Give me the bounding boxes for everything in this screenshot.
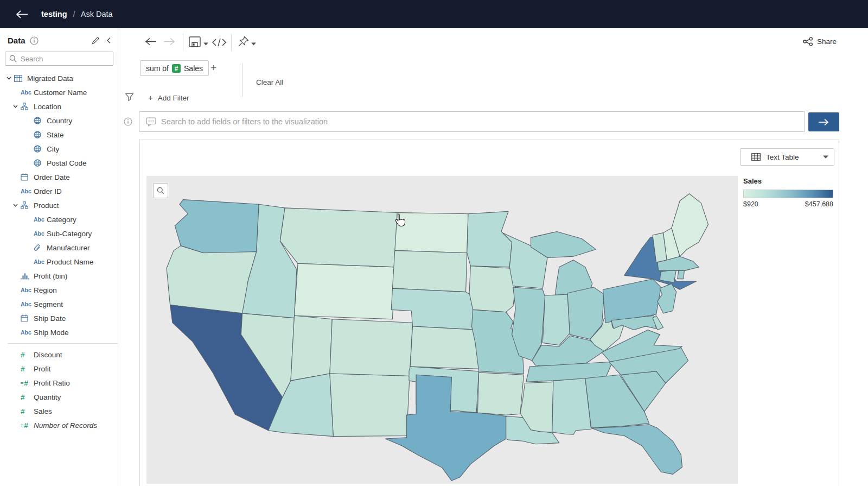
state-ar[interactable] bbox=[477, 373, 524, 415]
field-label: State bbox=[47, 131, 64, 139]
hierarchy-icon bbox=[20, 103, 34, 110]
field-item-state[interactable]: State bbox=[0, 128, 118, 142]
hash-icon: # bbox=[20, 407, 34, 415]
expand-chevron-icon[interactable] bbox=[11, 105, 20, 108]
field-item-city[interactable]: City bbox=[0, 142, 118, 156]
breadcrumb-separator: / bbox=[73, 10, 75, 18]
abc-icon: Abc bbox=[20, 188, 34, 194]
globe-icon bbox=[33, 159, 47, 167]
state-nj[interactable] bbox=[658, 283, 676, 313]
viz-type-label: Text Table bbox=[766, 153, 823, 161]
undo-arrow-icon[interactable] bbox=[144, 37, 157, 46]
expand-chevron-icon[interactable] bbox=[11, 204, 20, 207]
ask-data-bubble-icon bbox=[146, 117, 156, 127]
state-ia[interactable] bbox=[469, 266, 516, 312]
hash-icon: # bbox=[20, 365, 34, 373]
add-filter-button[interactable]: + Add Filter bbox=[148, 93, 189, 102]
field-label: Product Name bbox=[47, 258, 93, 266]
histogram-icon bbox=[20, 273, 34, 280]
share-button[interactable]: Share bbox=[803, 37, 837, 46]
pin-icon[interactable] bbox=[238, 36, 256, 47]
field-item-category[interactable]: AbcCategory bbox=[0, 212, 118, 226]
field-item-discount[interactable]: #Discount bbox=[0, 348, 118, 362]
map-canvas[interactable] bbox=[146, 176, 738, 484]
state-fl[interactable] bbox=[591, 425, 682, 475]
field-item-product-name[interactable]: AbcProduct Name bbox=[0, 255, 118, 269]
expand-chevron-icon[interactable] bbox=[4, 77, 13, 80]
info-icon[interactable] bbox=[30, 36, 39, 45]
data-search-input[interactable] bbox=[5, 52, 113, 66]
field-item-product[interactable]: Product bbox=[0, 198, 118, 212]
field-list-divider bbox=[8, 343, 118, 344]
state-nd[interactable] bbox=[395, 213, 468, 253]
field-item-country[interactable]: Country bbox=[0, 113, 118, 128]
clear-all-button[interactable]: Clear All bbox=[256, 78, 283, 86]
state-ct[interactable] bbox=[660, 269, 676, 282]
abc-icon: Abc bbox=[33, 216, 47, 223]
paperclip-icon bbox=[33, 244, 47, 251]
ask-data-search-input[interactable] bbox=[161, 112, 805, 131]
info-icon[interactable] bbox=[124, 117, 132, 128]
field-item-sub-category[interactable]: AbcSub-Category bbox=[0, 226, 118, 241]
table-icon bbox=[13, 75, 27, 82]
field-item-location[interactable]: Location bbox=[0, 99, 118, 113]
map-zoom-button[interactable] bbox=[153, 183, 168, 198]
abc-icon: Abc bbox=[33, 258, 47, 265]
field-item-segment[interactable]: AbcSegment bbox=[0, 297, 118, 311]
field-item-ship-date[interactable]: Ship Date bbox=[0, 311, 118, 325]
state-or[interactable] bbox=[167, 246, 257, 314]
field-item-ship-mode[interactable]: AbcShip Mode bbox=[0, 325, 118, 339]
field-label: Segment bbox=[34, 300, 63, 308]
field-item-region[interactable]: AbcRegion bbox=[0, 283, 118, 297]
edit-pencil-icon[interactable] bbox=[91, 36, 100, 45]
field-label: Manufacturer bbox=[47, 244, 90, 252]
state-wy[interactable] bbox=[295, 263, 395, 319]
field-item-sales[interactable]: #Sales bbox=[0, 404, 118, 418]
field-item-profit-ratio[interactable]: =#Profit Ratio bbox=[0, 376, 118, 390]
back-arrow-icon[interactable] bbox=[15, 9, 31, 20]
us-choropleth-map[interactable] bbox=[146, 176, 738, 484]
state-nm[interactable] bbox=[330, 374, 410, 437]
field-item-manufacturer[interactable]: Manufacturer bbox=[0, 241, 118, 255]
field-item-number-of-records[interactable]: =#Number of Records bbox=[0, 418, 118, 432]
save-icon[interactable] bbox=[189, 36, 208, 47]
hierarchy-icon bbox=[20, 201, 34, 209]
collapse-pane-icon[interactable] bbox=[106, 37, 111, 44]
field-label: Region bbox=[34, 286, 57, 294]
field-item-order-id[interactable]: AbcOrder ID bbox=[0, 184, 118, 198]
viz-type-dropdown[interactable]: Text Table bbox=[740, 148, 834, 166]
field-item-quantity[interactable]: #Quantity bbox=[0, 390, 118, 404]
state-ks[interactable] bbox=[410, 326, 481, 369]
field-label: Profit Ratio bbox=[34, 379, 70, 387]
state-al[interactable] bbox=[552, 378, 591, 435]
field-item-profit[interactable]: #Profit bbox=[0, 362, 118, 376]
add-expression-button[interactable]: + bbox=[210, 61, 216, 74]
state-in[interactable] bbox=[542, 294, 570, 345]
field-item-profit-bin-[interactable]: Profit (bin) bbox=[0, 269, 118, 283]
share-icon bbox=[803, 37, 813, 46]
field-item-migrated-data[interactable]: Migrated Data bbox=[0, 71, 118, 85]
code-icon[interactable] bbox=[212, 38, 227, 47]
field-item-customer-name[interactable]: AbcCustomer Name bbox=[0, 85, 118, 99]
field-label: Migrated Data bbox=[27, 74, 73, 83]
field-label: Customer Name bbox=[34, 89, 87, 97]
state-mn[interactable] bbox=[467, 211, 512, 267]
hash-icon: # bbox=[20, 393, 34, 401]
ask-data-window: testing / Ask Data Data Migrated Data bbox=[0, 0, 868, 486]
state-me[interactable] bbox=[672, 194, 709, 257]
equals-hash-icon: =# bbox=[20, 379, 34, 387]
field-label: Order ID bbox=[34, 187, 62, 195]
submit-query-button[interactable] bbox=[808, 112, 839, 131]
query-divider bbox=[242, 63, 242, 97]
state-co[interactable] bbox=[330, 319, 413, 376]
state-ut[interactable] bbox=[291, 315, 332, 381]
state-sd[interactable] bbox=[392, 250, 467, 292]
query-pill-sum-of-sales[interactable]: sum of # Sales bbox=[140, 60, 209, 76]
redo-arrow-icon[interactable] bbox=[163, 37, 176, 46]
pill-aggregation: sum of bbox=[146, 64, 169, 73]
field-item-order-date[interactable]: Order Date bbox=[0, 170, 118, 184]
legend-gradient[interactable] bbox=[743, 190, 833, 198]
field-item-postal-code[interactable]: Postal Code bbox=[0, 156, 118, 170]
state-mt[interactable] bbox=[280, 208, 397, 267]
breadcrumb-workbook[interactable]: testing bbox=[41, 10, 67, 18]
